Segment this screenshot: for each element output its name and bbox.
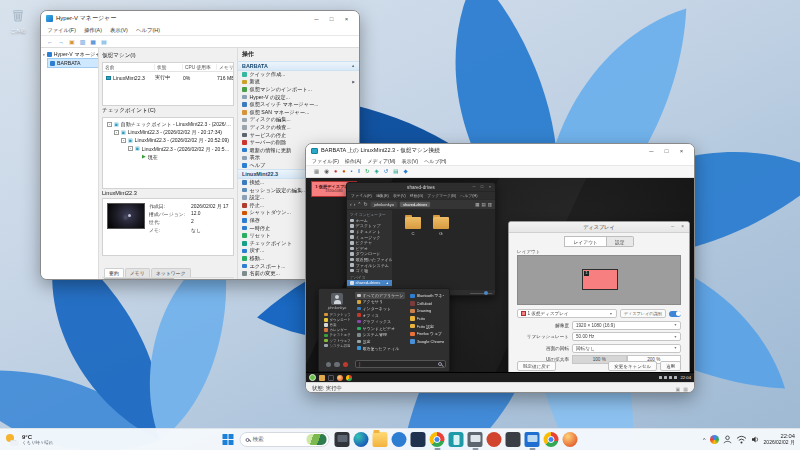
power-icon[interactable]	[343, 362, 349, 368]
expand-icon[interactable]: ▾	[43, 53, 45, 57]
toolbar-icon[interactable]: ↺	[384, 169, 389, 175]
taskbar-app-icon[interactable]	[392, 432, 407, 447]
back-icon[interactable]: ‹	[350, 202, 352, 207]
menu-item[interactable]: ヘルプ(H)	[136, 27, 160, 34]
checkpoint-node[interactable]: ▶ 現在	[105, 153, 231, 161]
column-header[interactable]: 状態	[155, 64, 183, 70]
action-item[interactable]: クイック作成...	[238, 71, 359, 79]
toolbar-icon[interactable]: ▪	[351, 169, 353, 175]
vm-row[interactable]: LinuxMint22.3 実行中 0% 716 MB	[103, 72, 233, 83]
menu-item[interactable]: 操作(A)	[345, 158, 362, 164]
action-item[interactable]: ディスクの検査...	[238, 124, 359, 132]
maximize-icon[interactable]: □	[324, 16, 339, 22]
toolbar-icon[interactable]: ◉	[324, 169, 329, 175]
vm-screen[interactable]: 1 仮想ディスプレイ 1920x1080 shared-drives ─ □ ×…	[306, 178, 694, 382]
nemo-file-area[interactable]: C G	[393, 210, 495, 289]
search-highlight-image[interactable]	[307, 434, 327, 445]
minimize-icon[interactable]: ─	[644, 148, 659, 154]
toolbar-icon[interactable]: ▤	[393, 169, 398, 175]
close-icon[interactable]: ×	[674, 148, 689, 154]
apply-button[interactable]: 適用	[660, 361, 681, 371]
volume-icon[interactable]	[669, 376, 672, 379]
toolbar-icon[interactable]: ↻	[365, 169, 370, 175]
close-icon[interactable]: ×	[487, 185, 493, 189]
checkpoint-node[interactable]: - ▣ 自動チェックポイント - LinuxMint22.3 - (2026/0…	[105, 120, 231, 128]
app-item[interactable]: Fcitx 設定	[408, 322, 446, 330]
category-item[interactable]: 最近使ったファイル	[355, 345, 405, 352]
menu-item[interactable]: ファイル(F)	[351, 193, 372, 198]
view-toggle-icon[interactable]: ▥	[488, 202, 492, 207]
category-item[interactable]: サウンドとビデオ	[355, 325, 405, 332]
category-item[interactable]: グラフィックス	[355, 318, 405, 325]
column-header[interactable]: 名前	[103, 64, 155, 70]
taskbar-app-icon[interactable]	[563, 432, 578, 447]
taskbar-app-icon[interactable]	[487, 432, 502, 447]
taskbar-app-icon[interactable]	[506, 432, 521, 447]
maximize-icon[interactable]: □	[479, 185, 485, 189]
recycle-bin-shortcut[interactable]: ごみ箱	[4, 8, 32, 33]
forward-icon[interactable]: ›	[354, 202, 356, 207]
taskbar-app-icon[interactable]	[544, 432, 559, 447]
tray-app-icon[interactable]	[710, 435, 719, 444]
monitor-dropdown[interactable]: 1 仮想ディスプレイ ▼	[517, 309, 617, 318]
collapse-icon[interactable]: ▲	[351, 64, 355, 68]
taskbar-weather-widget[interactable]: 9°C くもり時々晴れ	[6, 431, 53, 449]
start-button[interactable]	[223, 434, 235, 446]
tray-overflow-icon[interactable]: ^	[703, 437, 706, 443]
minimize-icon[interactable]: ─	[309, 16, 324, 22]
vm-thumbnail[interactable]	[107, 203, 145, 229]
expander-icon[interactable]: -	[121, 138, 126, 143]
favorite-item[interactable]: システム設定	[322, 343, 352, 348]
app-item[interactable]: Celluloid	[408, 300, 446, 308]
nemo-titlebar[interactable]: shared-drives ─ □ ×	[347, 183, 495, 192]
menu-item[interactable]: ファイル(F)	[312, 158, 339, 164]
monitor-rectangle[interactable]: 1	[582, 269, 618, 290]
sidebar-item[interactable]: マイ コンピューター	[347, 212, 392, 218]
maximize-icon[interactable]: □	[659, 148, 674, 154]
lock-icon[interactable]	[326, 362, 332, 368]
menu-item[interactable]: 移動(G)	[410, 193, 423, 198]
view-toggle-icon[interactable]: ▦	[475, 202, 479, 207]
tree-item-root[interactable]: ▾ Hyper-V マネージャー	[41, 50, 98, 59]
settings-dropdown[interactable]: 回転なし ▼	[572, 344, 681, 353]
checkpoint-node[interactable]: - ▣ LinuxMint22.3 - (2026/02/02 月 - 20:5…	[105, 145, 231, 153]
mint-menu-button[interactable]	[309, 374, 316, 381]
minimize-icon[interactable]: ─	[669, 225, 676, 230]
toolbar-icon[interactable]: ▣	[69, 39, 75, 45]
sidebar-item[interactable]: ゴミ箱	[347, 268, 392, 274]
up-icon[interactable]: ⌃	[357, 202, 361, 207]
action-item[interactable]: ディスクの編集...	[238, 116, 359, 124]
terminal-icon[interactable]	[328, 375, 334, 381]
toolbar-icon[interactable]: ‖	[358, 169, 360, 175]
category-item[interactable]: 設定	[355, 338, 405, 345]
logout-icon[interactable]	[334, 362, 340, 368]
action-item[interactable]: サービスの停止	[238, 131, 359, 139]
details-tab[interactable]: メモリ	[125, 268, 150, 277]
menu-item[interactable]: 編集(E)	[376, 193, 389, 198]
close-icon[interactable]: ×	[679, 225, 686, 230]
settings-tab[interactable]: 設定	[607, 236, 634, 247]
toolbar-icon[interactable]: ◆	[404, 169, 408, 175]
menu-item[interactable]: ヘルプ(H)	[460, 193, 477, 198]
horizontal-scrollbar[interactable]	[102, 277, 234, 280]
close-icon[interactable]: ×	[339, 16, 354, 22]
menu-item[interactable]: 表示(V)	[110, 27, 128, 34]
refresh-icon[interactable]: ↻	[364, 202, 368, 207]
taskbar-app-icon[interactable]	[411, 432, 426, 447]
identify-display-button[interactable]: ディスプレイの識別	[620, 309, 666, 318]
expander-icon[interactable]: -	[107, 122, 112, 127]
action-item[interactable]: 仮想マシンのインポート...	[238, 86, 359, 94]
category-item[interactable]: システム管理	[355, 332, 405, 339]
files-icon[interactable]	[319, 375, 325, 381]
user-avatar[interactable]	[331, 293, 343, 305]
view-toggle-icon[interactable]: ▤	[481, 202, 485, 207]
tree-item-server[interactable]: BARBATA	[48, 59, 98, 67]
menu-item[interactable]: 操作(A)	[84, 27, 102, 34]
menu-item[interactable]: ヘルプ(H)	[424, 158, 446, 164]
action-item[interactable]: Hyper-V の設定...	[238, 93, 359, 101]
taskbar-app-icon[interactable]	[373, 432, 388, 447]
network-icon[interactable]	[664, 376, 667, 379]
people-icon[interactable]	[723, 435, 732, 444]
app-item[interactable]: Bluetooth マネージャー	[408, 292, 446, 300]
settings-tab[interactable]: レイアウト	[564, 236, 607, 247]
